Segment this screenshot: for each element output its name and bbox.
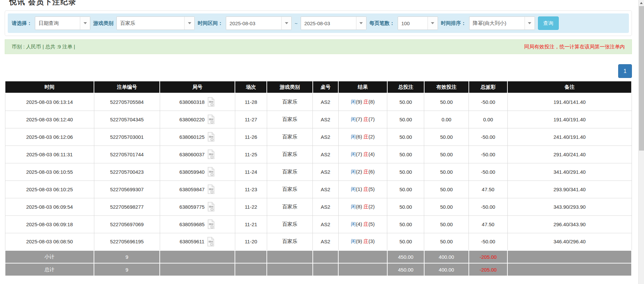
cell-result: 闲(7) 庄(4) bbox=[338, 146, 387, 163]
search-button[interactable]: 查询 bbox=[538, 16, 559, 30]
table-row: 2025-08-03 06:12:40522705704345638060220… bbox=[5, 111, 632, 128]
date-from-select[interactable]: 2025-08-03 bbox=[226, 16, 292, 30]
cell-round: 638060220 bbox=[160, 111, 235, 128]
game-type-select[interactable]: 百家乐 bbox=[116, 16, 195, 30]
video-replay-icon[interactable] bbox=[207, 114, 215, 124]
result-banker-label: 庄 bbox=[363, 99, 368, 105]
cell-result: 闲(2) 庄(6) bbox=[338, 163, 387, 180]
cell-round: 638059847 bbox=[160, 180, 235, 198]
result-banker-num: (6) bbox=[368, 169, 375, 174]
cell-game-type: 百家乐 bbox=[267, 146, 312, 163]
chevron-down-icon[interactable] bbox=[184, 17, 194, 30]
result-banker-label: 庄 bbox=[363, 186, 368, 192]
video-replay-icon[interactable] bbox=[207, 132, 215, 142]
table-row: 2025-08-03 06:09:54522705698277638059775… bbox=[5, 198, 632, 215]
result-player-label: 闲 bbox=[351, 169, 356, 174]
video-replay-icon[interactable] bbox=[207, 97, 215, 107]
result-player-num: (7) bbox=[356, 151, 364, 157]
chevron-down-icon[interactable] bbox=[80, 17, 90, 30]
total-count: 9 bbox=[94, 263, 160, 276]
cell-session: 11-20 bbox=[235, 233, 267, 250]
total-total-bet: 450.00 bbox=[387, 263, 424, 276]
table-row: 2025-08-03 06:10:55522705700423638059940… bbox=[5, 163, 632, 180]
cell-time: 2025-08-03 06:11:31 bbox=[5, 146, 94, 163]
cell-time: 2025-08-03 06:08:50 bbox=[5, 233, 94, 250]
game-type-value: 百家乐 bbox=[117, 20, 139, 27]
chevron-down-icon[interactable] bbox=[428, 17, 438, 30]
page-size-select[interactable]: 100 bbox=[398, 16, 438, 30]
subtotal-valid-bet: 400.00 bbox=[424, 250, 469, 263]
subtotal-empty bbox=[160, 250, 235, 263]
column-header-5: 游戏类别 bbox=[267, 81, 312, 93]
scrollbar-thumb[interactable] bbox=[639, 6, 644, 151]
date-to-select[interactable]: 2025-08-03 bbox=[301, 16, 366, 30]
round-id-text: 638059775 bbox=[180, 204, 205, 210]
cell-total-bet[interactable]: 50.00 bbox=[387, 180, 424, 198]
cell-total-bet[interactable]: 50.00 bbox=[387, 93, 424, 111]
chevron-down-icon[interactable] bbox=[356, 17, 366, 30]
cell-round: 638059940 bbox=[160, 163, 235, 180]
cell-total-bet[interactable]: 50.00 bbox=[387, 233, 424, 250]
result-banker-num: (4) bbox=[368, 151, 375, 157]
pagination-page-1[interactable]: 1 bbox=[618, 64, 632, 78]
chevron-down-icon[interactable] bbox=[281, 17, 291, 30]
cell-bet-id: 522705696195 bbox=[94, 233, 160, 250]
cell-note: 341.40/291.40 bbox=[507, 163, 632, 180]
cell-session: 11-27 bbox=[235, 111, 267, 128]
column-header-7: 结果 bbox=[338, 81, 387, 93]
scroll-up-arrow-icon[interactable] bbox=[639, 0, 644, 6]
cell-result: 闲(9) 庄(3) bbox=[338, 233, 387, 250]
cell-payout: -50.00 bbox=[469, 93, 508, 111]
video-replay-icon[interactable] bbox=[206, 237, 215, 247]
pagination: 1 bbox=[5, 64, 632, 78]
filter-bar: 请选择： 日期查询 游戏类别 百家乐 时间区间： 2025-08-03 ~ 20… bbox=[8, 13, 629, 33]
video-replay-icon[interactable] bbox=[207, 167, 215, 177]
cell-game-type: 百家乐 bbox=[267, 215, 312, 233]
cell-note: 293.90/341.40 bbox=[507, 180, 632, 198]
vertical-scrollbar[interactable] bbox=[638, 0, 644, 284]
result-player-label: 闲 bbox=[351, 204, 356, 209]
round-id-text: 638059940 bbox=[180, 169, 205, 175]
video-replay-icon[interactable] bbox=[207, 149, 215, 159]
cell-round: 638060318 bbox=[160, 93, 235, 111]
cell-note: 343.90/293.90 bbox=[507, 198, 632, 215]
cell-total-bet[interactable]: 50.00 bbox=[387, 198, 424, 215]
cell-total-bet[interactable]: 50.00 bbox=[387, 146, 424, 163]
result-banker-label: 庄 bbox=[363, 221, 368, 227]
video-replay-icon[interactable] bbox=[207, 184, 215, 194]
cell-payout: 47.50 bbox=[469, 180, 508, 198]
cell-bet-id: 522705701744 bbox=[94, 146, 160, 163]
column-header-8: 总投注 bbox=[387, 81, 424, 93]
cell-result: 闲(7) 庄(7) bbox=[338, 111, 387, 128]
cell-bet-id: 522705704345 bbox=[94, 111, 160, 128]
query-type-label: 请选择： bbox=[12, 20, 32, 27]
time-sort-select[interactable]: 降幂(由大到小) bbox=[469, 16, 535, 30]
total-empty bbox=[267, 263, 312, 276]
cell-session: 11-26 bbox=[235, 128, 267, 146]
round-id-text: 638059611 bbox=[180, 239, 204, 244]
result-banker-num: (5) bbox=[368, 186, 375, 192]
cell-payout: -50.00 bbox=[469, 163, 508, 180]
round-id-text: 638060318 bbox=[180, 99, 205, 105]
cell-total-bet[interactable]: 50.00 bbox=[387, 163, 424, 180]
cell-total-bet[interactable]: 50.00 bbox=[387, 215, 424, 233]
round-id-wrap: 638059685 bbox=[180, 219, 215, 229]
result-banker-num: (7) bbox=[368, 116, 375, 122]
cell-valid-bet: 50.00 bbox=[424, 146, 469, 163]
cell-session: 11-24 bbox=[235, 163, 267, 180]
cell-time: 2025-08-03 06:13:14 bbox=[5, 93, 94, 111]
video-replay-icon[interactable] bbox=[207, 202, 215, 212]
round-id-text: 638060125 bbox=[180, 134, 205, 140]
total-empty bbox=[313, 263, 339, 276]
result-banker-num: (5) bbox=[368, 221, 375, 227]
chevron-down-icon[interactable] bbox=[525, 17, 535, 30]
query-type-select[interactable]: 日期查询 bbox=[35, 16, 90, 30]
round-id-wrap: 638059775 bbox=[180, 202, 215, 212]
video-replay-icon[interactable] bbox=[207, 219, 215, 229]
cell-note: 241.40/191.40 bbox=[507, 128, 632, 146]
cell-game-type: 百家乐 bbox=[267, 111, 312, 128]
result-player-num: (4) bbox=[356, 221, 364, 227]
cell-total-bet[interactable]: 50.00 bbox=[387, 128, 424, 146]
cell-valid-bet: 50.00 bbox=[424, 93, 469, 111]
cell-total-bet[interactable]: 50.00 bbox=[387, 111, 424, 128]
